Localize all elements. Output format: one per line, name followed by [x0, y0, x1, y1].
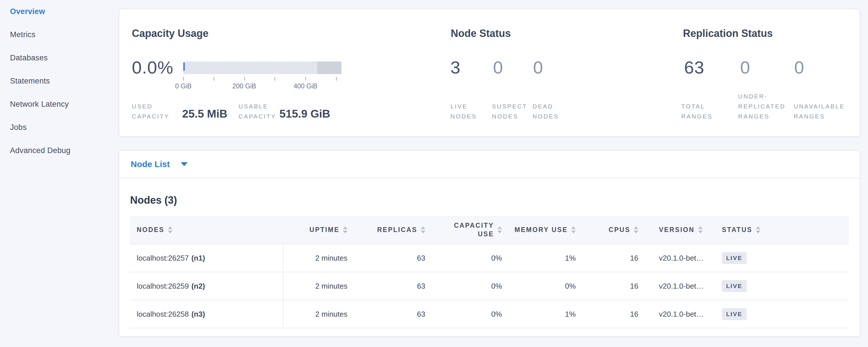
sidebar-item-network-latency[interactable]: Network Latency [0, 93, 119, 116]
capacity-use-cell: 0% [434, 272, 510, 300]
version-cell: v20.1.0-bet… [647, 272, 714, 300]
total-ranges-count: 63 [684, 58, 705, 77]
sort-icon [497, 226, 502, 233]
status-badge: LIVE [722, 252, 747, 264]
cpus-cell: 16 [584, 272, 647, 300]
sidebar-item-statements[interactable]: Statements [0, 69, 119, 93]
cluster-summary-card: Capacity Usage 0.0% 0 GiB 200 GiB 400 Gi… [119, 8, 860, 137]
capacity-gauge-tail [317, 62, 341, 74]
usable-capacity-value: 515.9 GiB [279, 107, 330, 120]
column-header-nodes[interactable]: NODES [130, 216, 283, 244]
column-header-memory-use[interactable]: MEMORY USE [510, 216, 584, 244]
unavailable-ranges-label: UNAVAILABLE RANGES [794, 101, 852, 121]
memory-use-cell: 0% [510, 272, 584, 300]
dead-nodes-label: DEAD NODES [532, 101, 570, 121]
cpus-cell: 16 [584, 244, 647, 272]
column-header-cpus[interactable]: CPUS [584, 216, 647, 244]
column-header-status[interactable]: STATUS [714, 216, 849, 244]
version-cell: v20.1.0-bet… [647, 301, 714, 328]
uptime-cell: 2 minutes [283, 301, 356, 328]
gauge-tick-label-400: 400 GiB [293, 83, 317, 90]
gauge-tick-marks [183, 77, 341, 81]
node-address-cell[interactable]: localhost:26259 (n2) [130, 272, 283, 300]
table-row-node-2[interactable]: localhost:26259 (n2) 2 minutes 63 0% 0% … [130, 272, 849, 301]
memory-use-cell: 1% [510, 244, 584, 272]
live-nodes-label: LIVE NODES [451, 101, 488, 121]
gauge-tick-label-0: 0 GiB [175, 83, 192, 90]
column-header-uptime[interactable]: UPTIME [283, 216, 356, 244]
sort-icon [698, 226, 703, 233]
sidebar: Overview Metrics Databases Statements Ne… [0, 0, 119, 162]
node-id: (n2) [191, 282, 205, 291]
replicas-cell: 63 [356, 301, 434, 328]
capacity-used-percent: 0.0% [132, 58, 173, 77]
under-replicated-ranges-label: UNDER-REPLICATED RANGES [738, 91, 793, 121]
memory-use-cell: 1% [510, 301, 584, 328]
capacity-gauge-used-bar [183, 63, 185, 71]
nodes-table-title: Nodes (3) [130, 194, 177, 206]
capacity-usage-title: Capacity Usage [132, 28, 209, 39]
sort-icon [168, 226, 173, 233]
status-cell: LIVE [714, 244, 849, 272]
node-status-title: Node Status [451, 28, 511, 39]
node-list-card: Node List Nodes (3) NODES UPTIME REPLICA… [119, 150, 860, 337]
replicas-cell: 63 [356, 272, 434, 300]
version-cell: v20.1.0-bet… [647, 244, 714, 272]
table-row-node-1[interactable]: localhost:26257 (n1) 2 minutes 63 0% 1% … [130, 244, 849, 272]
node-list-dropdown[interactable]: Node List [119, 151, 860, 178]
column-header-replicas[interactable]: REPLICAS [356, 216, 434, 244]
sort-icon [756, 226, 761, 233]
nodes-table-header: NODES UPTIME REPLICAS CAPACITY USE MEMOR… [130, 216, 849, 244]
status-cell: LIVE [714, 272, 849, 300]
capacity-use-cell: 0% [434, 301, 510, 328]
sidebar-item-advanced-debug[interactable]: Advanced Debug [0, 139, 119, 162]
status-cell: LIVE [714, 301, 849, 328]
table-row-node-3[interactable]: localhost:26258 (n3) 2 minutes 63 0% 1% … [130, 301, 849, 328]
nodes-table: NODES UPTIME REPLICAS CAPACITY USE MEMOR… [130, 216, 849, 328]
dead-nodes-count: 0 [533, 58, 543, 77]
sidebar-item-databases[interactable]: Databases [0, 46, 119, 69]
node-list-dropdown-label: Node List [131, 159, 170, 169]
used-capacity-label: USED CAPACITY [132, 101, 173, 121]
sort-icon [571, 226, 576, 233]
live-nodes-count: 3 [451, 58, 461, 77]
node-id: (n1) [191, 254, 205, 263]
chevron-down-icon [181, 162, 188, 166]
suspect-nodes-label: SUSPECT NODES [492, 101, 532, 121]
status-badge: LIVE [722, 308, 747, 320]
sidebar-item-metrics[interactable]: Metrics [0, 23, 119, 46]
node-address-cell[interactable]: localhost:26258 (n3) [130, 301, 283, 328]
gauge-tick-label-200: 200 GiB [232, 83, 256, 90]
total-ranges-label: TOTAL RANGES [681, 101, 721, 121]
replicas-cell: 63 [356, 244, 434, 272]
nodes-table-body: localhost:26257 (n1) 2 minutes 63 0% 1% … [130, 244, 849, 328]
under-replicated-ranges-count: 0 [740, 58, 750, 77]
replication-status-title: Replication Status [683, 28, 773, 39]
sidebar-item-overview[interactable]: Overview [0, 0, 119, 23]
sidebar-item-jobs[interactable]: Jobs [0, 116, 119, 139]
sort-icon [343, 226, 347, 233]
sort-icon [634, 226, 638, 233]
column-header-capacity-use[interactable]: CAPACITY USE [434, 216, 510, 244]
node-id: (n3) [191, 310, 205, 319]
usable-capacity-label: USABLE CAPACITY [239, 101, 280, 121]
cpus-cell: 16 [584, 301, 647, 328]
column-header-version[interactable]: VERSION [647, 216, 714, 244]
uptime-cell: 2 minutes [283, 244, 356, 272]
sort-icon [421, 226, 425, 233]
capacity-usage-gauge [183, 62, 341, 74]
unavailable-ranges-count: 0 [794, 58, 804, 77]
suspect-nodes-count: 0 [493, 58, 503, 77]
used-capacity-value: 25.5 MiB [182, 107, 227, 120]
uptime-cell: 2 minutes [283, 272, 356, 300]
capacity-use-cell: 0% [434, 244, 510, 272]
column-divider [283, 244, 283, 328]
status-badge: LIVE [722, 280, 747, 292]
node-address-cell[interactable]: localhost:26257 (n1) [130, 244, 283, 272]
